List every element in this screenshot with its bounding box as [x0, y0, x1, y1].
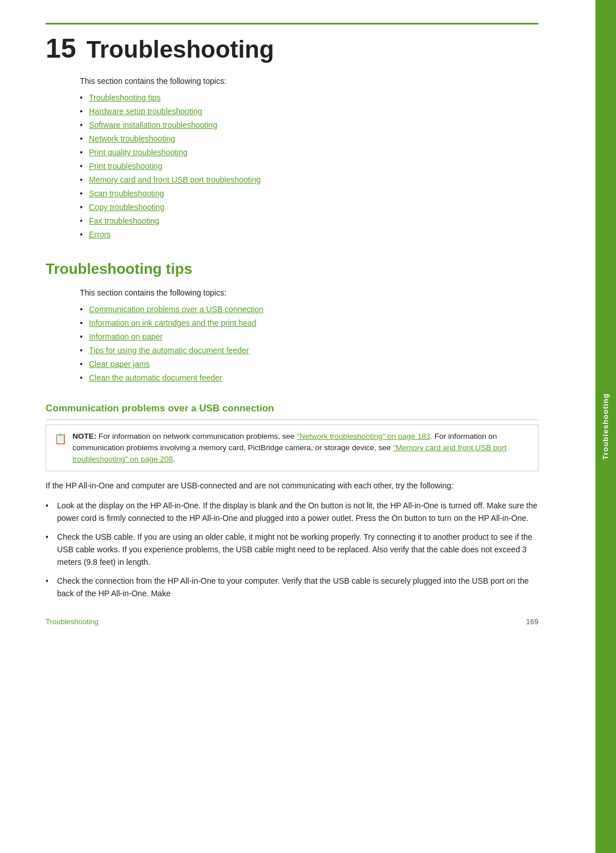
section1-intro: This section contains the following topi…	[80, 287, 538, 299]
note-end: .	[173, 455, 175, 463]
bullet-list: Look at the display on the HP All-in-One…	[46, 499, 538, 600]
section1-item-4[interactable]: Tips for using the automatic document fe…	[80, 345, 538, 357]
toc-item-5[interactable]: Print quality troubleshooting	[80, 147, 538, 159]
bullet-item-1: Look at the display on the HP All-in-One…	[46, 499, 538, 525]
toc-list: Troubleshooting tips Hardware setup trou…	[80, 92, 538, 241]
toc-item-9[interactable]: Copy troubleshooting	[80, 201, 538, 213]
right-tab: Troubleshooting	[595, 0, 616, 853]
bullet-item-2: Check the USB cable. If you are using an…	[46, 531, 538, 569]
section1-item-2[interactable]: Information on ink cartridges and the pr…	[80, 317, 538, 329]
section1-item-5[interactable]: Clear paper jams	[80, 358, 538, 370]
footer-page: 169	[526, 616, 538, 628]
chapter-title: Troubleshooting	[86, 37, 274, 63]
right-tab-label: Troubleshooting	[600, 393, 611, 460]
toc-item-2[interactable]: Hardware setup troubleshooting	[80, 106, 538, 118]
chapter-heading: 15 Troubleshooting	[46, 23, 538, 65]
toc-item-10[interactable]: Fax troubleshooting	[80, 215, 538, 227]
section1-item-3[interactable]: Information on paper	[80, 331, 538, 343]
note-box: 📋 NOTE: For information on network commu…	[46, 425, 538, 472]
toc-item-7[interactable]: Memory card and front USB port troublesh…	[80, 174, 538, 186]
toc-item-8[interactable]: Scan troubleshooting	[80, 188, 538, 200]
bullet-item-3: Check the connection from the HP All-in-…	[46, 575, 538, 600]
section1-heading: Troubleshooting tips	[46, 258, 538, 280]
toc-item-1[interactable]: Troubleshooting tips	[80, 92, 538, 104]
note-icon: 📋	[54, 431, 67, 466]
toc-item-11[interactable]: Errors	[80, 229, 538, 241]
footer: Troubleshooting 169	[46, 607, 538, 628]
footer-label: Troubleshooting	[46, 616, 99, 628]
toc-item-4[interactable]: Network troubleshooting	[80, 133, 538, 145]
toc-item-6[interactable]: Print troubleshooting	[80, 160, 538, 172]
section1-item-1[interactable]: Communication problems over a USB connec…	[80, 304, 538, 316]
note-content: NOTE: For information on network communi…	[72, 431, 530, 466]
chapter-number: 15	[46, 35, 76, 62]
chapter-intro: This section contains the following topi…	[80, 75, 538, 87]
note-text1: For information on network communication…	[99, 432, 297, 440]
body-text-1: If the HP All-in-One and computer are US…	[46, 479, 538, 492]
note-link1[interactable]: "Network troubleshooting" on page 183	[297, 432, 430, 440]
subsection1-heading: Communication problems over a USB connec…	[46, 401, 538, 420]
section1-list: Communication problems over a USB connec…	[80, 304, 538, 384]
note-label: NOTE:	[72, 432, 96, 440]
section1-item-6[interactable]: Clean the automatic document feeder	[80, 372, 538, 384]
toc-item-3[interactable]: Software installation troubleshooting	[80, 119, 538, 131]
